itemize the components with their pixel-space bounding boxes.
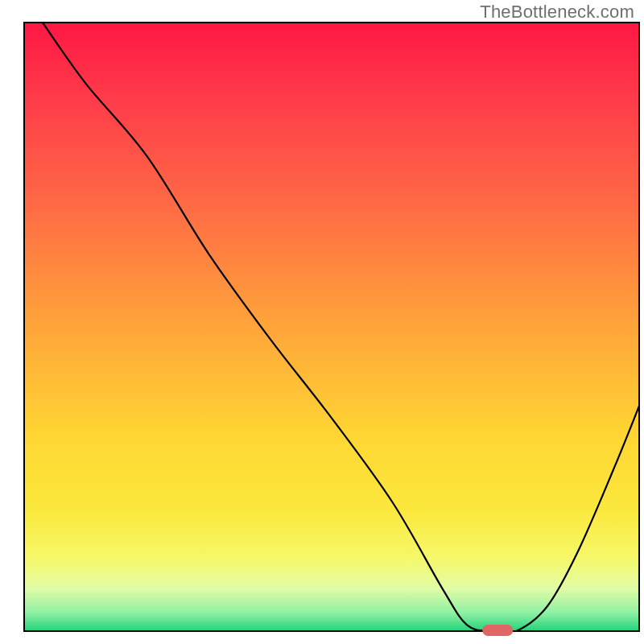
bottleneck-chart: [0, 0, 644, 644]
optimal-marker: [482, 625, 513, 636]
plot-background: [24, 23, 639, 631]
watermark-text: TheBottleneck.com: [480, 2, 634, 23]
chart-container: TheBottleneck.com: [0, 0, 644, 644]
